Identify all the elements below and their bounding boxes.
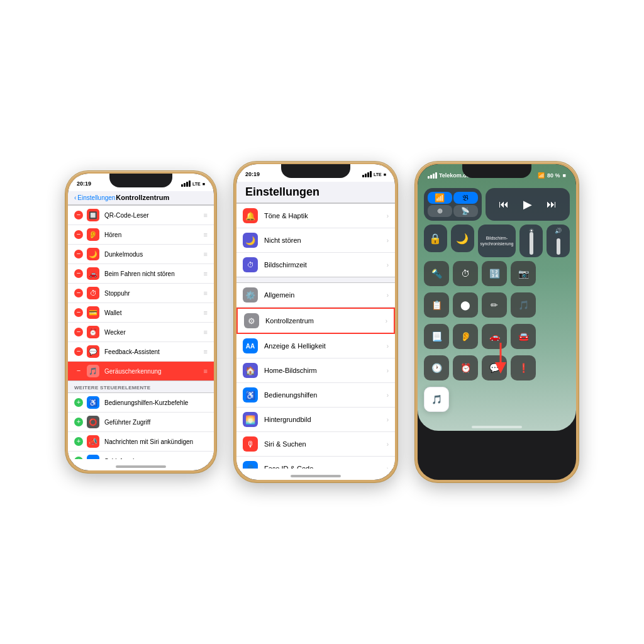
drag-handle[interactable]: ≡ xyxy=(204,270,208,277)
qr-scanner-button[interactable]: 📋 xyxy=(424,292,449,318)
drag-handle[interactable]: ≡ xyxy=(204,231,208,238)
list-item[interactable]: 🔔 Töne & Haptik › xyxy=(236,204,395,228)
hearing-button[interactable]: 👂 xyxy=(453,324,478,349)
list-item[interactable]: ⏱ Bildschirmzeit › xyxy=(236,253,395,277)
chevron-icon: › xyxy=(387,262,389,269)
drag-handle[interactable]: ≡ xyxy=(204,367,208,375)
remove-button[interactable] xyxy=(74,308,83,317)
drag-handle[interactable]: ≡ xyxy=(204,289,208,297)
cc-row-3: 🔦 ⏱ 🔢 📷 xyxy=(424,261,570,289)
play-button[interactable]: ▶ xyxy=(523,197,532,211)
cc-row-5: 📃 👂 🚗 xyxy=(424,324,570,352)
settings-list: 🔲 QR-Code-Leser ≡ 👂 Hören ≡ xyxy=(68,205,214,459)
row-label: Feedback-Assistent xyxy=(104,348,201,355)
list-item[interactable]: 🛏 Schlafmodus xyxy=(68,452,214,459)
list-item[interactable]: 🚗 Beim Fahren nicht stören ≡ xyxy=(68,264,214,284)
prev-button[interactable]: ⏮ xyxy=(499,199,509,210)
remove-button[interactable] xyxy=(74,250,83,258)
back-button[interactable]: ‹ Einstellungen xyxy=(74,194,115,201)
volume-slider[interactable]: 🔊 xyxy=(547,225,570,257)
orientation-lock-button[interactable]: 🔒 xyxy=(424,225,447,252)
row-icon: 👂 xyxy=(87,228,99,241)
screen-sync-block[interactable]: Bildschirm-synchronisierung xyxy=(478,225,516,257)
row-label: Nachrichten mit Siri ankündigen xyxy=(104,438,208,445)
list-item[interactable]: ⚙️ Allgemein › xyxy=(236,283,395,308)
list-item[interactable]: ⏱ Stoppuhr ≡ xyxy=(68,284,214,303)
record-button[interactable]: ⬤ xyxy=(453,292,478,318)
remove-button[interactable] xyxy=(74,289,83,297)
add-button[interactable] xyxy=(74,457,83,459)
row-icon: 🌙 xyxy=(87,248,99,260)
list-item[interactable]: 🏠 Home-Bildschirm › xyxy=(236,358,395,383)
chevron-icon: › xyxy=(387,367,389,374)
calculator-button[interactable]: 🔢 xyxy=(482,261,507,286)
torch-button[interactable]: 🔦 xyxy=(424,261,449,286)
list-item[interactable]: ♿ Bedienungshilfen › xyxy=(236,383,395,408)
row-label: Siri & Suchen xyxy=(264,440,387,448)
list-item[interactable]: ⭕ Geführter Zugriff xyxy=(68,413,214,432)
remove-button[interactable] xyxy=(74,347,83,356)
list-item[interactable]: AA Anzeige & Helligkeit › xyxy=(236,334,395,358)
wifi-button[interactable]: 📶 xyxy=(428,192,452,204)
kontrollzentrum-item[interactable]: ⚙ Kontrollzentrum › xyxy=(236,308,395,334)
list-item[interactable]: 🌙 Nicht stören › xyxy=(236,228,395,253)
face-id-item[interactable]: 👤 Face ID & Code › xyxy=(236,457,395,469)
drag-handle[interactable]: ≡ xyxy=(204,328,208,336)
drag-handle[interactable]: ≡ xyxy=(204,250,208,258)
add-button[interactable] xyxy=(74,418,83,426)
scan-button[interactable]: 📃 xyxy=(424,324,449,349)
chevron-icon: › xyxy=(387,392,389,399)
row-icon: 🌅 xyxy=(243,412,258,427)
remove-button[interactable] xyxy=(74,211,83,219)
time: 20:19 xyxy=(245,171,260,177)
row-label: Bildschirmzeit xyxy=(264,261,387,269)
chevron-icon: › xyxy=(387,343,389,350)
wallet-item[interactable]: 💳 Wallet ≡ xyxy=(68,303,214,323)
phone1-screen: 20:19 LTE ■ ‹ xyxy=(68,174,214,470)
airdrop-button[interactable]: ⊕ xyxy=(428,205,452,217)
battery-icon: ■ xyxy=(384,172,386,177)
list-item[interactable]: 👂 Hören ≡ xyxy=(68,225,214,245)
list-item[interactable]: 💬 Feedback-Assistent ≡ xyxy=(68,342,214,362)
list-item[interactable]: ♿ Bedienungshilfen-Kurzbefehle xyxy=(68,393,214,413)
row-icon: AA xyxy=(243,338,258,353)
remove-button[interactable] xyxy=(74,269,83,278)
list-item[interactable]: ⏰ Wecker ≡ xyxy=(68,323,214,342)
gerauscherkennung-item[interactable]: 🎵 Geräuscherkennung ≡ xyxy=(68,362,214,380)
row-icon: 📣 xyxy=(87,435,99,448)
list-item[interactable]: 🌅 Hintergrundbild › xyxy=(236,408,395,432)
clock-button[interactable]: 🕐 xyxy=(424,355,449,380)
row-icon: ⏱ xyxy=(243,257,258,272)
add-button[interactable] xyxy=(74,398,83,407)
row-icon: 👤 xyxy=(243,461,258,469)
drag-handle[interactable]: ≡ xyxy=(204,348,208,355)
hotspot-button[interactable]: 📡 xyxy=(453,205,478,217)
chevron-icon: › xyxy=(387,416,389,423)
remove-button[interactable] xyxy=(74,367,83,375)
carplay-button[interactable]: 🚘 xyxy=(511,324,536,349)
bluetooth-button[interactable]: 𝔅 xyxy=(453,192,478,204)
gerauscherkennung-button[interactable]: 🎵 xyxy=(424,387,449,412)
timer-button[interactable]: ⏱ xyxy=(453,261,478,286)
brightness-slider[interactable]: ☀ xyxy=(519,225,543,257)
camera-button[interactable]: 📷 xyxy=(511,261,536,286)
row-label: Home-Bildschirm xyxy=(264,367,387,374)
alarm-button[interactable]: ⏰ xyxy=(453,355,478,380)
list-item[interactable]: 📣 Nachrichten mit Siri ankündigen xyxy=(68,432,214,452)
remove-button[interactable] xyxy=(74,230,83,239)
nav-header: ‹ Einstellungen Kontrollzentrum xyxy=(68,191,214,205)
markup-button[interactable]: ✏ xyxy=(482,292,507,318)
list-item[interactable]: 🔲 QR-Code-Leser ≡ xyxy=(68,206,214,225)
row-label: Geräuscherkennung xyxy=(104,368,201,375)
list-item[interactable]: 🎙 Siri & Suchen › xyxy=(236,432,395,457)
list-item[interactable]: 🌙 Dunkelmodus ≡ xyxy=(68,245,214,264)
next-button[interactable]: ⏭ xyxy=(547,199,557,210)
notes-button[interactable]: ❗ xyxy=(511,355,536,380)
drag-handle[interactable]: ≡ xyxy=(204,309,208,316)
phone3-screen: Telekom.de LTE 📶 80 % ■ 📶 xyxy=(418,164,576,431)
dnd-button[interactable]: 🌙 xyxy=(451,225,474,252)
drag-handle[interactable]: ≡ xyxy=(204,211,208,219)
remove-button[interactable] xyxy=(74,328,83,336)
add-button[interactable] xyxy=(74,437,83,446)
sound-recognition-button-row4[interactable]: 🎵 xyxy=(511,292,536,318)
